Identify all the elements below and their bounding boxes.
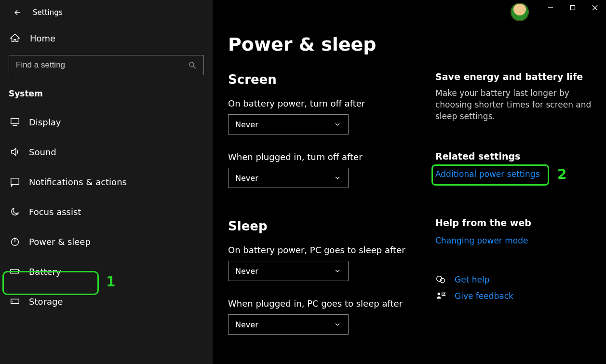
give-feedback-label: Give feedback [455, 291, 513, 301]
svg-rect-7 [11, 270, 19, 273]
svg-rect-4 [11, 178, 19, 185]
give-feedback-link[interactable]: Give feedback [435, 291, 594, 301]
helpweb-block: Help from the web Changing power mode [435, 217, 594, 245]
sidebar-home-label: Home [30, 33, 55, 43]
svg-rect-8 [19, 270, 20, 272]
helpweb-heading: Help from the web [435, 217, 594, 228]
chevron-down-icon [334, 267, 341, 275]
chevron-down-icon [334, 174, 341, 182]
sidebar-item-focus[interactable]: Focus assist [0, 203, 213, 220]
search-input[interactable] [9, 55, 204, 75]
select-value: Never [235, 267, 258, 276]
select-value: Never [235, 120, 258, 129]
sidebar-item-label: Notifications & actions [29, 177, 127, 187]
sidebar-item-display[interactable]: Display [0, 114, 213, 130]
home-icon [10, 33, 20, 43]
svg-point-10 [13, 301, 13, 302]
select-value: Never [235, 320, 258, 329]
aside: Save energy and battery life Make your b… [435, 71, 594, 301]
screen-battery-label: On battery power, turn off after [228, 98, 431, 108]
maximize-button[interactable] [562, 0, 584, 15]
screen-plugged-select[interactable]: Never [228, 168, 349, 188]
svg-rect-9 [11, 299, 19, 303]
svg-rect-12 [571, 6, 575, 10]
chat-icon [435, 274, 446, 285]
section-sleep-heading: Sleep [228, 219, 431, 233]
storage-icon [10, 296, 20, 307]
group-title: System [0, 75, 213, 103]
search-icon [188, 61, 197, 69]
back-button[interactable] [13, 8, 22, 17]
app-title: Settings [33, 8, 63, 17]
notification-icon [10, 176, 20, 187]
get-help-label: Get help [455, 275, 489, 284]
svg-line-1 [193, 66, 196, 68]
search-field[interactable] [16, 60, 183, 70]
sidebar-item-storage[interactable]: Storage [0, 293, 213, 310]
additional-power-settings-link[interactable]: Additional power settings [435, 169, 539, 179]
sidebar-item-power-sleep[interactable]: Power & sleep [0, 233, 213, 250]
arrow-left-icon [13, 8, 22, 17]
sidebar-item-label: Power & sleep [29, 237, 91, 247]
sidebar-home[interactable]: Home [0, 26, 213, 50]
changing-power-mode-link[interactable]: Changing power mode [435, 236, 528, 245]
sleep-plugged-label: When plugged in, PC goes to sleep after [228, 298, 431, 309]
sleep-battery-select[interactable]: Never [228, 261, 349, 281]
monitor-icon [10, 117, 20, 127]
sidebar-item-sound[interactable]: Sound [0, 144, 213, 160]
energy-block: Save energy and battery life Make your b… [435, 71, 594, 122]
battery-icon [10, 266, 20, 277]
chevron-down-icon [334, 121, 341, 128]
sound-icon [10, 147, 20, 157]
support-links: Get help Give feedback [435, 274, 594, 301]
content: Power & sleep Screen On battery power, t… [228, 34, 431, 364]
sleep-plugged-select[interactable]: Never [228, 314, 349, 335]
get-help-link[interactable]: Get help [435, 274, 594, 285]
svg-point-17 [438, 293, 441, 296]
user-avatar[interactable] [511, 3, 529, 21]
sidebar-item-label: Sound [29, 147, 56, 157]
page-title: Power & sleep [228, 34, 431, 55]
svg-point-0 [189, 62, 194, 67]
sleep-battery-label: On battery power, PC goes to sleep after [228, 245, 431, 255]
main: Power & sleep Screen On battery power, t… [213, 0, 606, 364]
energy-heading: Save energy and battery life [435, 71, 594, 82]
moon-icon [10, 206, 20, 217]
sidebar-item-notifications[interactable]: Notifications & actions [0, 174, 213, 190]
sidebar-item-label: Storage [29, 297, 63, 307]
section-screen-heading: Screen [228, 72, 431, 87]
power-icon [10, 236, 20, 247]
feedback-icon [435, 291, 446, 301]
sidebar-item-label: Focus assist [29, 207, 81, 217]
sidebar-item-label: Battery [29, 267, 61, 277]
annotation-number-2: 2 [557, 166, 566, 182]
minimize-button[interactable] [539, 0, 562, 15]
close-button[interactable] [584, 0, 606, 15]
select-value: Never [235, 174, 258, 183]
svg-rect-2 [11, 119, 19, 124]
window-controls [539, 0, 606, 15]
annotation-number-1: 1 [106, 274, 115, 290]
sidebar: Settings Home System Display Sound Notif… [0, 0, 213, 364]
titlebar: Settings [0, 4, 213, 26]
sidebar-item-label: Display [29, 117, 61, 127]
screen-plugged-label: When plugged in, turn off after [228, 152, 431, 162]
energy-body: Make your battery last longer by choosin… [435, 88, 594, 122]
chevron-down-icon [334, 321, 341, 328]
screen-battery-select[interactable]: Never [228, 114, 349, 135]
related-block: Related settings Additional power settin… [435, 151, 594, 179]
related-heading: Related settings [435, 151, 594, 162]
search-wrap [0, 50, 213, 75]
